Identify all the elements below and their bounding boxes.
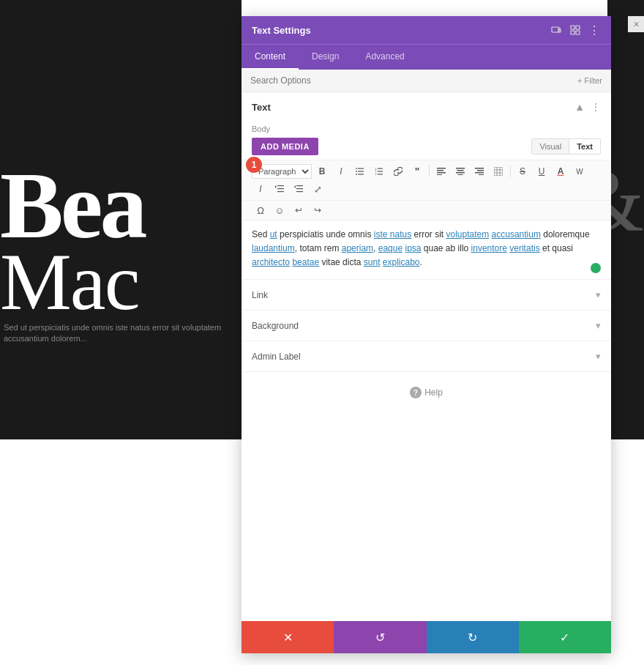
panel-tabs: Content Design Advanced bbox=[242, 44, 611, 70]
tab-design[interactable]: Design bbox=[299, 45, 352, 70]
link-iste-natus[interactable]: iste natus bbox=[374, 229, 411, 239]
svg-rect-12 bbox=[378, 168, 383, 169]
editor-content: Sed ut perspiciatis unde omnis iste natu… bbox=[252, 229, 590, 267]
more-options-icon[interactable]: ⋮ bbox=[588, 23, 601, 37]
italic2-button[interactable]: I bbox=[252, 181, 269, 197]
link-explicabo[interactable]: explicabo bbox=[383, 257, 420, 267]
text-tab[interactable]: Text bbox=[569, 139, 600, 154]
help-icon: ? bbox=[410, 387, 422, 398]
bold-button[interactable]: B bbox=[313, 163, 331, 179]
align-center-button[interactable] bbox=[452, 163, 469, 179]
align-right-button[interactable] bbox=[471, 163, 488, 179]
admin-label-section[interactable]: Admin Label ▾ bbox=[242, 341, 611, 372]
svg-rect-36 bbox=[277, 188, 284, 189]
blockquote-button[interactable]: " bbox=[408, 163, 426, 179]
separator-2 bbox=[510, 166, 511, 177]
svg-rect-25 bbox=[458, 174, 463, 175]
background-chevron-icon: ▾ bbox=[596, 320, 601, 331]
emoji-button[interactable]: ☺ bbox=[271, 202, 288, 218]
link-voluptatem[interactable]: voluptatem bbox=[446, 229, 490, 239]
link-laudantium[interactable]: laudantium bbox=[252, 243, 295, 253]
admin-label-chevron-icon: ▾ bbox=[596, 351, 601, 362]
svg-marker-38 bbox=[275, 185, 277, 188]
svg-rect-26 bbox=[475, 168, 484, 169]
tab-advanced[interactable]: Advanced bbox=[352, 45, 417, 70]
section-more-icon[interactable]: ⋮ bbox=[591, 101, 601, 113]
admin-label-label: Admin Label bbox=[252, 352, 301, 362]
section-controls: ▲ ⋮ bbox=[574, 101, 601, 113]
confirm-button[interactable]: ✓ bbox=[519, 621, 611, 653]
svg-point-10 bbox=[356, 171, 357, 172]
svg-rect-39 bbox=[296, 185, 303, 186]
svg-text:3.: 3. bbox=[375, 173, 378, 176]
collapse-icon[interactable]: ▲ bbox=[574, 101, 585, 113]
omega-button[interactable]: Ω bbox=[252, 202, 269, 218]
text-section-title: Text bbox=[252, 102, 271, 113]
link-section[interactable]: Link ▾ bbox=[242, 280, 611, 311]
table-button[interactable] bbox=[490, 163, 507, 179]
svg-rect-7 bbox=[358, 171, 364, 171]
redo-button[interactable]: ↻ bbox=[427, 621, 519, 653]
unordered-list-button[interactable] bbox=[351, 163, 369, 179]
svg-rect-5 bbox=[576, 31, 580, 34]
link-sunt[interactable]: sunt bbox=[364, 257, 381, 267]
svg-rect-20 bbox=[437, 172, 446, 174]
link-label: Link bbox=[252, 290, 268, 300]
bg-body-text: Sed ut perspiciatis unde omnis iste natu… bbox=[0, 319, 242, 349]
link-accusantium[interactable]: accusantium bbox=[492, 229, 541, 239]
background-section[interactable]: Background ▾ bbox=[242, 311, 611, 341]
close-panel-button[interactable]: ✕ bbox=[628, 16, 644, 32]
paste-button[interactable]: W bbox=[571, 163, 588, 179]
help-section: ? Help bbox=[242, 372, 611, 413]
italic-button[interactable]: I bbox=[332, 163, 350, 179]
redo-edit-button[interactable]: ↪ bbox=[309, 202, 326, 218]
search-bar: + Filter bbox=[242, 70, 611, 92]
outdent-button[interactable] bbox=[290, 181, 307, 197]
step-badge: 1 bbox=[246, 157, 262, 173]
responsive-icon[interactable] bbox=[550, 23, 563, 37]
tab-content[interactable]: Content bbox=[242, 45, 299, 70]
link-inventore[interactable]: inventore bbox=[471, 243, 507, 253]
svg-rect-6 bbox=[358, 168, 364, 169]
svg-rect-41 bbox=[296, 191, 303, 192]
color-button[interactable]: A bbox=[552, 163, 569, 179]
link-beatae[interactable]: beatae bbox=[292, 257, 319, 267]
undo-button[interactable]: ↺ bbox=[334, 621, 426, 653]
green-indicator bbox=[591, 263, 601, 273]
svg-rect-2 bbox=[571, 26, 574, 29]
link-architecto[interactable]: architecto bbox=[252, 257, 290, 267]
settings-panel: Text Settings ⋮ Content Design A bbox=[242, 16, 611, 653]
svg-rect-3 bbox=[576, 26, 580, 29]
add-media-button[interactable]: ADD MEDIA bbox=[252, 138, 318, 155]
svg-point-9 bbox=[356, 168, 357, 169]
strikethrough-button[interactable]: S bbox=[514, 163, 531, 179]
svg-rect-4 bbox=[571, 31, 574, 34]
ordered-list-button[interactable]: 1. 2. 3. bbox=[370, 163, 388, 179]
link-ut[interactable]: ut bbox=[270, 229, 277, 239]
link-ipsa[interactable]: ipsa bbox=[405, 243, 421, 253]
layout-icon[interactable] bbox=[569, 23, 582, 37]
undo-edit-button[interactable]: ↩ bbox=[290, 202, 307, 218]
text-editor[interactable]: Sed ut perspiciatis unde omnis iste natu… bbox=[242, 220, 611, 279]
panel-title: Text Settings bbox=[252, 25, 311, 36]
svg-marker-42 bbox=[294, 185, 296, 188]
link-button[interactable] bbox=[389, 163, 407, 179]
align-left-button[interactable] bbox=[433, 163, 450, 179]
filter-button[interactable]: + Filter bbox=[577, 76, 602, 85]
help-link[interactable]: ? Help bbox=[252, 387, 601, 398]
format-toolbar-row2: Ω ☺ ↩ ↪ bbox=[242, 201, 611, 220]
svg-rect-19 bbox=[437, 170, 443, 171]
link-veritatis[interactable]: veritatis bbox=[509, 243, 539, 253]
text-section: Text ▲ ⋮ Body ADD MEDIA Visual Text Par bbox=[242, 92, 611, 280]
link-aperiam[interactable]: aperiam bbox=[342, 243, 373, 253]
cancel-button[interactable]: ✕ bbox=[242, 621, 334, 653]
bottom-bar: ✕ ↺ ↻ ✓ bbox=[242, 621, 611, 653]
underline-button[interactable]: U bbox=[533, 163, 550, 179]
svg-rect-18 bbox=[437, 168, 446, 169]
search-input[interactable] bbox=[250, 75, 577, 86]
indent-button[interactable] bbox=[271, 181, 288, 197]
fullscreen-button[interactable]: ⤢ bbox=[309, 181, 326, 197]
svg-rect-37 bbox=[277, 191, 284, 192]
link-eaque[interactable]: eaque bbox=[378, 243, 402, 253]
visual-tab[interactable]: Visual bbox=[532, 139, 569, 154]
